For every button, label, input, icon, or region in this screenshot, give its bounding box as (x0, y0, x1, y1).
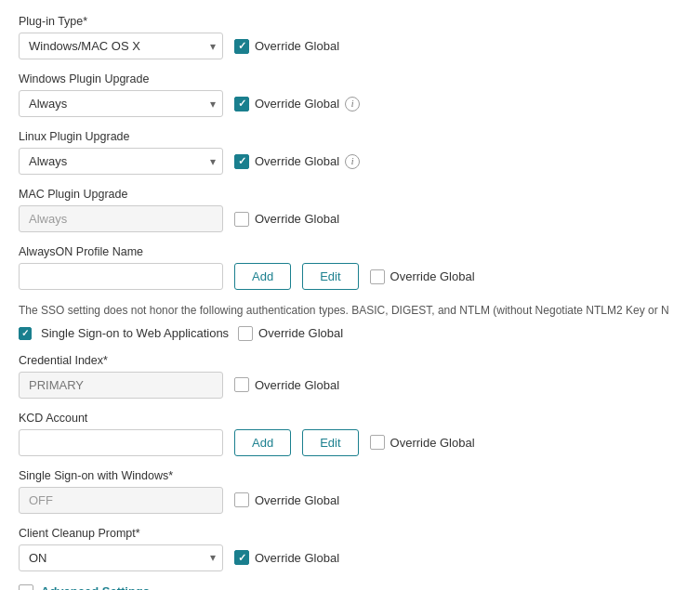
credential-index-label: Credential Index* (19, 354, 681, 367)
sso-windows-override-label: Override Global (255, 493, 339, 507)
windows-upgrade-override-label: Override Global (255, 97, 339, 111)
sso-windows-label: Single Sign-on with Windows* (19, 469, 681, 482)
alwayson-input[interactable] (19, 263, 223, 290)
alwayson-override-label: Override Global (390, 269, 475, 283)
windows-upgrade-select[interactable]: Always Never Ask (19, 90, 223, 117)
windows-upgrade-label: Windows Plugin Upgrade (19, 72, 681, 85)
credential-index-override: Override Global (234, 377, 339, 392)
client-cleanup-override: Override Global (234, 550, 339, 565)
sso-override-checkbox[interactable] (238, 326, 253, 341)
linux-upgrade-content: Always Never Ask ▾ Override Global i (19, 148, 681, 175)
linux-upgrade-select-wrapper: Always Never Ask ▾ (19, 148, 223, 175)
credential-index-override-label: Override Global (255, 378, 339, 392)
mac-upgrade-row: MAC Plugin Upgrade Override Global (19, 188, 681, 232)
mac-upgrade-input[interactable] (19, 205, 223, 232)
kcd-edit-button[interactable]: Edit (302, 429, 358, 456)
client-cleanup-select[interactable]: ON OFF (19, 544, 223, 571)
windows-upgrade-row: Windows Plugin Upgrade Always Never Ask … (19, 72, 681, 117)
credential-index-content: Override Global (19, 372, 681, 399)
sso-windows-content: Override Global (19, 487, 681, 514)
alwayson-label: AlwaysON Profile Name (19, 245, 681, 258)
plugin-type-select-wrapper: Windows/MAC OS X Windows Only MAC Only L… (19, 33, 223, 59)
sso-windows-row: Single Sign-on with Windows* Override Gl… (19, 469, 681, 514)
client-cleanup-override-label: Override Global (255, 551, 339, 565)
kcd-override-label: Override Global (390, 436, 475, 450)
kcd-override: Override Global (370, 435, 475, 450)
client-cleanup-select-wrapper: ON OFF ▾ (19, 544, 223, 571)
plugin-type-override-checkbox[interactable] (234, 39, 249, 54)
kcd-account-input[interactable] (19, 429, 223, 456)
sso-windows-override-checkbox[interactable] (234, 492, 249, 507)
credential-index-row: Credential Index* Override Global (19, 354, 681, 399)
plugin-type-content: Windows/MAC OS X Windows Only MAC Only L… (19, 33, 681, 59)
linux-upgrade-override-label: Override Global (255, 154, 339, 168)
windows-upgrade-info-icon[interactable]: i (345, 97, 360, 111)
client-cleanup-label: Client Cleanup Prompt* (19, 527, 681, 540)
credential-index-override-checkbox[interactable] (234, 377, 249, 392)
windows-upgrade-override: Override Global i (234, 97, 360, 111)
mac-upgrade-label: MAC Plugin Upgrade (19, 188, 681, 201)
plugin-type-label: Plug-in Type* (19, 15, 681, 28)
sso-override: Override Global (238, 326, 343, 341)
mac-upgrade-content: Override Global (19, 205, 681, 232)
client-cleanup-content: ON OFF ▾ Override Global (19, 544, 681, 571)
mac-upgrade-override: Override Global (234, 212, 339, 227)
client-cleanup-row: Client Cleanup Prompt* ON OFF ▾ Override… (19, 527, 681, 571)
kcd-account-row: KCD Account Add Edit Override Global (19, 412, 681, 456)
client-cleanup-override-checkbox[interactable] (234, 550, 249, 565)
kcd-add-button[interactable]: Add (234, 429, 291, 456)
advanced-settings-link[interactable]: Advanced Settings (41, 584, 150, 590)
advanced-settings-row: Advanced Settings (19, 584, 681, 590)
sso-notice-text: The SSO setting does not honor the follo… (19, 303, 681, 319)
linux-upgrade-label: Linux Plugin Upgrade (19, 130, 681, 143)
sso-checkbox[interactable] (19, 327, 32, 340)
sso-row: Single Sign-on to Web Applications Overr… (19, 326, 681, 341)
linux-upgrade-select[interactable]: Always Never Ask (19, 148, 223, 175)
windows-upgrade-override-checkbox[interactable] (234, 97, 249, 111)
alwayson-edit-button[interactable]: Edit (302, 263, 358, 290)
plugin-type-row: Plug-in Type* Windows/MAC OS X Windows O… (19, 15, 681, 59)
advanced-settings-checkbox[interactable] (19, 584, 33, 590)
plugin-type-select[interactable]: Windows/MAC OS X Windows Only MAC Only L… (19, 33, 223, 59)
alwayson-override-checkbox[interactable] (370, 269, 385, 284)
alwayson-row: AlwaysON Profile Name Add Edit Override … (19, 245, 681, 290)
linux-upgrade-override: Override Global i (234, 154, 360, 169)
mac-upgrade-override-label: Override Global (255, 212, 339, 226)
sso-override-label: Override Global (258, 326, 343, 340)
sso-windows-override: Override Global (234, 492, 339, 507)
kcd-account-label: KCD Account (19, 412, 681, 425)
kcd-override-checkbox[interactable] (370, 435, 385, 450)
alwayson-override: Override Global (370, 269, 475, 284)
linux-upgrade-info-icon[interactable]: i (345, 154, 360, 169)
linux-upgrade-override-checkbox[interactable] (234, 154, 249, 169)
linux-upgrade-row: Linux Plugin Upgrade Always Never Ask ▾ … (19, 130, 681, 175)
alwayson-add-button[interactable]: Add (234, 263, 291, 290)
windows-upgrade-select-wrapper: Always Never Ask ▾ (19, 90, 223, 117)
plugin-type-override-label: Override Global (255, 39, 339, 53)
kcd-account-content: Add Edit Override Global (19, 429, 681, 456)
alwayson-content: Add Edit Override Global (19, 263, 681, 290)
credential-index-input[interactable] (19, 372, 223, 399)
sso-windows-input[interactable] (19, 487, 223, 514)
mac-upgrade-override-checkbox[interactable] (234, 212, 249, 227)
plugin-type-override: Override Global (234, 39, 339, 54)
sso-label: Single Sign-on to Web Applications (41, 326, 229, 340)
windows-upgrade-content: Always Never Ask ▾ Override Global i (19, 90, 681, 117)
